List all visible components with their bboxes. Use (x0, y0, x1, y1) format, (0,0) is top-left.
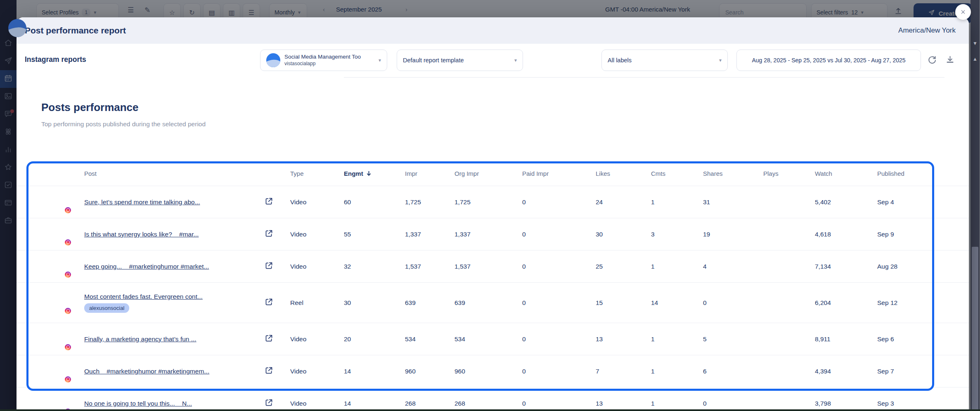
external-link-icon[interactable] (265, 261, 273, 270)
screen: Select Profiles 1 ▾ ☰ ✎ ☆ ↻ ▤ ▥ ☰ Monthl… (0, 0, 980, 411)
chevron-down-icon: ▾ (514, 57, 517, 63)
post-link[interactable]: Sure, let’s spend more time talking abo.… (84, 198, 200, 206)
column-header-engmt[interactable]: Engmt (344, 170, 405, 177)
report-controls: Instagram reports Social Media Managemen… (17, 44, 969, 78)
date-range-value: Aug 28, 2025 - Sep 25, 2025 vs Jul 30, 2… (752, 57, 905, 64)
external-link-icon[interactable] (265, 334, 273, 342)
download-report-button[interactable] (945, 54, 955, 66)
vista-social-logo (8, 19, 26, 37)
column-header-plays[interactable]: Plays (763, 170, 815, 177)
published-value: Sep 3 (877, 400, 930, 407)
watch-value: 5,402 (815, 198, 877, 206)
post-link[interactable]: No one is going to tell you this... N... (84, 400, 192, 407)
report-template-value: Default report template (403, 57, 464, 64)
column-header-paid-impr[interactable]: Paid Impr (522, 170, 596, 177)
labels-dropdown[interactable]: All labels ▾ (601, 50, 728, 71)
posts-table: Post Type Engmt Impr Org Impr Paid Impr … (17, 161, 969, 411)
external-link-cell (265, 229, 290, 239)
instagram-badge-icon (64, 307, 72, 315)
report-section-title: Instagram reports (25, 55, 86, 64)
post-type: Reel (290, 299, 344, 307)
paid-impr-value: 0 (522, 299, 596, 307)
likes-value: 25 (596, 263, 651, 270)
external-link-icon[interactable] (265, 229, 273, 238)
profile-avatar (266, 53, 280, 67)
watch-value: 4,618 (815, 231, 877, 238)
scroll-down-arrow-icon[interactable]: ▼ (973, 40, 978, 46)
engmt-value: 14 (344, 368, 405, 375)
org-impr-value: 960 (454, 368, 522, 375)
post-link[interactable]: Keep going... #marketinghumor #market... (84, 263, 209, 270)
table-row: No one is going to tell you this... N...… (17, 387, 969, 411)
close-button[interactable] (955, 4, 971, 20)
org-impr-value: 268 (454, 400, 522, 407)
column-header-cmts[interactable]: Cmts (651, 170, 703, 177)
paid-impr-value: 0 (522, 198, 596, 206)
chevron-down-icon: ▾ (379, 57, 381, 63)
shares-value: 0 (703, 400, 763, 407)
column-header-published[interactable]: Published (877, 170, 930, 177)
report-template-dropdown[interactable]: Default report template ▾ (397, 50, 523, 71)
profile-avatar (49, 360, 71, 383)
post-link[interactable]: Most content fades fast. Evergreen cont.… (84, 293, 203, 300)
paid-impr-value: 0 (522, 263, 596, 270)
column-header-likes[interactable]: Likes (596, 170, 651, 177)
column-header-org-impr[interactable]: Org Impr (454, 170, 522, 177)
published-value: Sep 7 (877, 368, 930, 375)
post-type: Video (290, 231, 344, 238)
impr-value: 639 (405, 299, 454, 307)
shares-value: 5 (703, 335, 763, 343)
org-impr-value: 1,337 (454, 231, 522, 238)
org-impr-value: 534 (454, 335, 522, 343)
org-impr-value: 1,537 (454, 263, 522, 270)
external-link-icon[interactable] (265, 298, 273, 306)
external-link-icon[interactable] (265, 366, 273, 375)
likes-value: 7 (596, 368, 651, 375)
impr-value: 960 (405, 368, 454, 375)
table-row: Is this what synergy looks like? #mar...… (17, 218, 969, 250)
date-range-picker[interactable]: Aug 28, 2025 - Sep 25, 2025 vs Jul 30, 2… (736, 50, 921, 71)
post-link[interactable]: Finally, a marketing agency that’s fun .… (84, 335, 196, 343)
engmt-value: 55 (344, 231, 405, 238)
table-row: Sure, let’s spend more time talking abo.… (17, 186, 969, 218)
modal-title: Post performance report (25, 26, 126, 35)
sort-desc-arrow-icon (366, 170, 372, 177)
external-link-icon[interactable] (265, 398, 273, 407)
posts-performance-title: Posts performance (41, 101, 139, 114)
post-link[interactable]: Ouch #marketinghumor #marketingmem... (84, 368, 209, 375)
engmt-value: 30 (344, 299, 405, 307)
cmts-value: 3 (651, 231, 703, 238)
impr-value: 268 (405, 400, 454, 407)
refresh-report-button[interactable] (927, 54, 937, 66)
table-row: Ouch #marketinghumor #marketingmem... Vi… (17, 355, 969, 387)
engmt-value: 60 (344, 198, 405, 206)
shares-value: 4 (703, 263, 763, 270)
column-header-post[interactable]: Post (49, 170, 265, 177)
post-link[interactable]: Is this what synergy looks like? #mar... (84, 231, 199, 238)
shares-value: 0 (703, 299, 763, 307)
impr-value: 1,537 (405, 263, 454, 270)
cmts-value: 1 (651, 263, 703, 270)
likes-value: 13 (596, 400, 651, 407)
column-header-shares[interactable]: Shares (703, 170, 763, 177)
watch-value: 8,911 (815, 335, 877, 343)
cmts-value: 1 (651, 335, 703, 343)
profile-handle: vistasocialapp (284, 61, 361, 67)
post-cell: No one is going to tell you this... N... (49, 392, 265, 411)
profile-avatar (49, 191, 71, 213)
close-icon (960, 9, 966, 15)
scroll-up-arrow-icon[interactable]: ▲ (973, 56, 978, 62)
profile-avatar (49, 392, 71, 411)
post-cell: Sure, let’s spend more time talking abo.… (49, 191, 265, 213)
column-header-watch[interactable]: Watch (815, 170, 877, 177)
profile-selector[interactable]: Social Media Management Too vistasociala… (260, 50, 387, 71)
scrollbar-thumb[interactable] (972, 247, 978, 411)
column-header-impr[interactable]: Impr (405, 170, 454, 177)
external-link-icon[interactable] (265, 197, 273, 206)
column-header-type[interactable]: Type (290, 170, 344, 177)
table-row: Most content fades fast. Evergreen cont.… (17, 282, 969, 323)
table-header: Post Type Engmt Impr Org Impr Paid Impr … (17, 161, 969, 186)
post-type: Video (290, 400, 344, 407)
instagram-badge-icon (64, 376, 72, 383)
org-impr-value: 1,725 (454, 198, 522, 206)
